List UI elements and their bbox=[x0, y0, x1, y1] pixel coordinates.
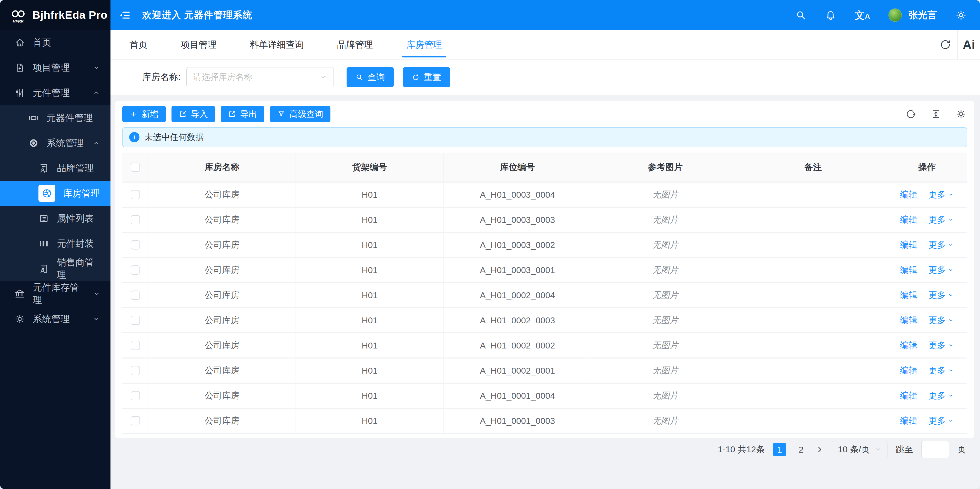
more-link[interactable]: 更多 bbox=[928, 289, 954, 301]
advanced-query-button[interactable]: 高级查询 bbox=[270, 106, 331, 122]
audit-doc-icon bbox=[38, 263, 49, 274]
sidebar-item-device-management[interactable]: 元器件管理 bbox=[0, 105, 110, 131]
row-checkbox[interactable] bbox=[131, 315, 140, 325]
edit-link[interactable]: 编辑 bbox=[900, 289, 918, 301]
edit-link[interactable]: 编辑 bbox=[900, 214, 918, 226]
table-row: 公司库房 H01 A_H01_0002_0003 无图片 编辑 更多 bbox=[122, 308, 967, 333]
cell-remark bbox=[739, 409, 887, 433]
page-button-1[interactable]: 1 bbox=[773, 443, 786, 456]
row-checkbox[interactable] bbox=[131, 215, 140, 225]
deployment-icon bbox=[28, 138, 39, 148]
cell-location-code: A_H01_0002_0002 bbox=[444, 333, 592, 357]
search-icon[interactable] bbox=[795, 10, 807, 21]
query-button[interactable]: 查询 bbox=[347, 67, 394, 87]
row-height-icon[interactable] bbox=[931, 109, 941, 119]
sidebar-item-project-management[interactable]: 项目管理 bbox=[0, 55, 110, 80]
page-button-2[interactable]: 2 bbox=[794, 443, 808, 456]
user-menu[interactable]: 张光言 bbox=[888, 8, 937, 22]
more-link[interactable]: 更多 bbox=[928, 365, 954, 376]
page-unit-label: 页 bbox=[957, 444, 966, 456]
translate-icon[interactable]: 文A bbox=[855, 10, 870, 20]
row-checkbox[interactable] bbox=[131, 290, 140, 300]
edit-link[interactable]: 编辑 bbox=[900, 365, 918, 376]
more-link[interactable]: 更多 bbox=[928, 314, 954, 326]
select-all-checkbox[interactable] bbox=[131, 162, 140, 172]
tab-home[interactable]: 首页 bbox=[129, 30, 147, 59]
main-content: 库房名称: 请选择库房名称 查询 重置 新增 bbox=[110, 59, 980, 489]
reset-button[interactable]: 重置 bbox=[403, 67, 450, 87]
edit-link[interactable]: 编辑 bbox=[900, 314, 918, 326]
warehouse-table-card: 新增 导入 导出 高级查询 bbox=[115, 101, 974, 438]
refresh-tab-button[interactable] bbox=[933, 30, 958, 59]
chevron-down-icon bbox=[93, 290, 100, 298]
tab-bom-detail-query[interactable]: 料单详细查询 bbox=[250, 30, 304, 59]
import-button[interactable]: 导入 bbox=[172, 106, 215, 122]
svg-text:HFRK: HFRK bbox=[13, 19, 24, 23]
cell-actions: 编辑 更多 bbox=[887, 333, 967, 357]
edit-link[interactable]: 编辑 bbox=[900, 339, 918, 351]
more-link[interactable]: 更多 bbox=[928, 189, 954, 201]
more-link[interactable]: 更多 bbox=[928, 214, 954, 226]
row-checkbox[interactable] bbox=[131, 240, 140, 250]
export-button[interactable]: 导出 bbox=[221, 106, 264, 122]
edit-link[interactable]: 编辑 bbox=[900, 189, 918, 201]
edit-link[interactable]: 编辑 bbox=[900, 390, 918, 401]
chevron-down-icon bbox=[92, 64, 100, 72]
sidebar-item-component-package[interactable]: 元件封装 bbox=[0, 231, 110, 256]
bell-icon[interactable] bbox=[825, 10, 836, 21]
column-setting-icon[interactable] bbox=[956, 109, 966, 119]
gear-icon[interactable] bbox=[955, 10, 967, 21]
sidebar-item-attribute-list[interactable]: 属性列表 bbox=[0, 206, 110, 231]
edit-link[interactable]: 编辑 bbox=[900, 239, 918, 251]
jump-to-label: 跳至 bbox=[896, 444, 913, 456]
warehouse-name-select[interactable]: 请选择库房名称 bbox=[186, 67, 334, 87]
cell-actions: 编辑 更多 bbox=[887, 233, 967, 257]
row-checkbox[interactable] bbox=[131, 366, 140, 375]
add-button[interactable]: 新增 bbox=[122, 106, 166, 122]
more-link[interactable]: 更多 bbox=[928, 239, 954, 251]
sidebar-item-home[interactable]: 首页 bbox=[0, 30, 110, 55]
row-checkbox[interactable] bbox=[131, 391, 140, 400]
next-page-button[interactable] bbox=[816, 446, 824, 453]
chevron-down-icon bbox=[948, 342, 954, 349]
tab-bar: 首页 项目管理 料单详细查询 品牌管理 库房管理 Ai bbox=[110, 30, 980, 59]
row-checkbox[interactable] bbox=[131, 190, 140, 199]
sidebar-item-component-stock-management[interactable]: 元件库存管理 bbox=[0, 281, 110, 306]
sidebar-item-warehouse-management[interactable]: 库房管理 bbox=[0, 181, 110, 206]
reload-icon[interactable] bbox=[905, 109, 916, 119]
cell-warehouse-name: 公司库房 bbox=[148, 208, 296, 232]
tab-warehouse-management[interactable]: 库房管理 bbox=[406, 30, 442, 59]
more-link[interactable]: 更多 bbox=[928, 264, 954, 276]
tab-brand-management[interactable]: 品牌管理 bbox=[337, 30, 373, 59]
sidebar-item-label: 元件库存管理 bbox=[33, 281, 85, 306]
sidebar-item-system-management[interactable]: 系统管理 bbox=[0, 306, 110, 331]
tab-bar-actions: Ai bbox=[933, 30, 980, 59]
app-logo[interactable]: HFRK BjhfrkEda Pro bbox=[0, 0, 110, 30]
row-checkbox[interactable] bbox=[131, 416, 140, 425]
edit-link[interactable]: 编辑 bbox=[900, 264, 918, 276]
more-link[interactable]: 更多 bbox=[928, 415, 954, 427]
top-header: 欢迎进入 元器件管理系统 文A 张光言 bbox=[110, 0, 980, 30]
tab-project-management[interactable]: 项目管理 bbox=[181, 30, 216, 59]
row-checkbox[interactable] bbox=[131, 341, 140, 350]
cell-reference-image: 无图片 bbox=[591, 258, 739, 282]
sidebar-collapse-button[interactable] bbox=[118, 8, 132, 22]
more-label: 更多 bbox=[928, 239, 946, 251]
sidebar-item-system-management-sub[interactable]: 系统管理 bbox=[0, 131, 110, 156]
edit-link[interactable]: 编辑 bbox=[900, 415, 918, 427]
chevron-down-icon bbox=[320, 73, 327, 81]
page-size-select[interactable]: 10 条/页 bbox=[832, 441, 888, 458]
sidebar-item-label: 首页 bbox=[33, 37, 51, 49]
row-checkbox[interactable] bbox=[131, 265, 140, 275]
jump-page-input[interactable] bbox=[921, 441, 949, 458]
cell-remark bbox=[739, 258, 887, 282]
sidebar-item-vendor-management[interactable]: 销售商管理 bbox=[0, 256, 110, 281]
sidebar-item-component-management[interactable]: 元件管理 bbox=[0, 80, 110, 105]
search-panel: 库房名称: 请选择库房名称 查询 重置 bbox=[110, 59, 980, 95]
chevron-down-icon bbox=[948, 191, 954, 198]
more-link[interactable]: 更多 bbox=[928, 390, 954, 401]
chevron-down-icon bbox=[948, 393, 954, 399]
more-link[interactable]: 更多 bbox=[928, 339, 954, 351]
sidebar-item-brand-management[interactable]: 品牌管理 bbox=[0, 156, 110, 181]
ai-assistant-button[interactable]: Ai bbox=[958, 30, 980, 59]
